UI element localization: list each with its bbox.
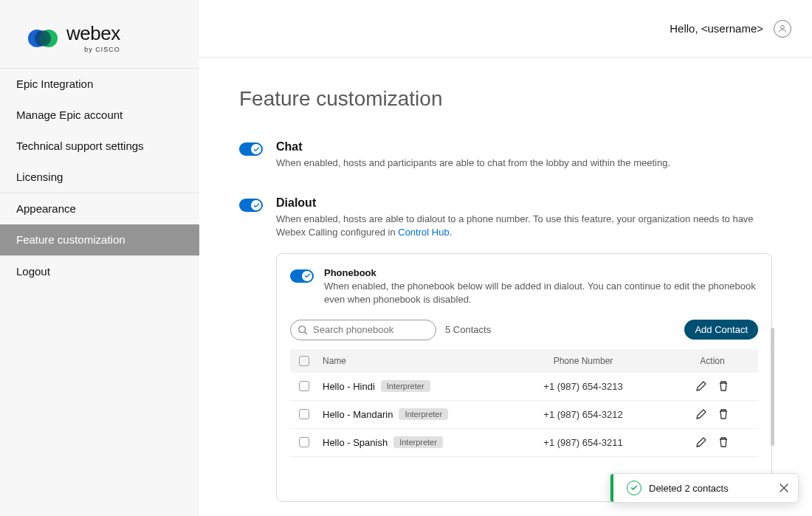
edit-icon[interactable] xyxy=(695,408,707,420)
table-row: Hello - Hindi Interpreter +1 (987) 654-3… xyxy=(290,373,758,401)
contact-phone: +1 (987) 654-3211 xyxy=(491,437,675,448)
check-icon xyxy=(253,202,260,209)
interpreter-badge: Interpreter xyxy=(381,380,430,392)
success-icon xyxy=(627,481,641,495)
dialout-desc-pre: When enabled, hosts are able to dialout … xyxy=(276,213,754,238)
sidebar: webex by CISCO Epic Integration Manage E… xyxy=(0,0,199,516)
scrollbar[interactable] xyxy=(771,328,774,475)
phonebook-desc: When enabled, the phonebook below will b… xyxy=(324,280,758,306)
dialout-desc-post: . xyxy=(450,227,453,238)
sidebar-item-logout[interactable]: Logout xyxy=(0,256,199,287)
row-checkbox[interactable] xyxy=(299,437,309,447)
search-icon xyxy=(297,325,308,335)
webex-logo-icon xyxy=(27,28,59,49)
control-hub-link[interactable]: Control Hub xyxy=(398,227,449,238)
check-icon xyxy=(304,272,311,279)
toast-message: Deleted 2 contacts xyxy=(649,483,771,494)
row-checkbox[interactable] xyxy=(299,409,309,419)
toast-status-bar xyxy=(610,474,613,502)
table-row: Hello - Mandarin Interpreter +1 (987) 65… xyxy=(290,401,758,429)
col-name: Name xyxy=(323,356,491,366)
col-phone: Phone Number xyxy=(491,356,675,366)
main: Hello, <username> Feature customization … xyxy=(199,0,812,516)
add-contact-button[interactable]: Add Contact xyxy=(684,320,758,340)
edit-icon[interactable] xyxy=(695,380,707,392)
page-title: Feature customization xyxy=(239,87,772,111)
close-icon[interactable] xyxy=(779,483,789,493)
svg-point-4 xyxy=(299,326,306,333)
sidebar-item-manage-epic-account[interactable]: Manage Epic account xyxy=(0,100,199,131)
chat-toggle[interactable] xyxy=(239,142,263,156)
nav-group-2: Appearance Feature customization xyxy=(0,193,199,255)
select-all-checkbox[interactable] xyxy=(299,356,309,366)
toast: Deleted 2 contacts xyxy=(610,473,799,503)
col-action: Action xyxy=(675,356,749,366)
table-header: Name Phone Number Action xyxy=(290,349,758,373)
check-icon xyxy=(253,146,260,153)
contact-count: 5 Contacts xyxy=(445,324,491,335)
interpreter-badge: Interpreter xyxy=(399,408,448,420)
contact-phone: +1 (987) 654-3212 xyxy=(491,409,675,420)
phonebook-toggle[interactable] xyxy=(290,269,314,283)
content: Feature customization Chat When enabled,… xyxy=(199,58,812,516)
contact-name: Hello - Spanish xyxy=(323,437,388,448)
feature-chat: Chat When enabled, hosts and participant… xyxy=(239,140,772,170)
contact-name: Hello - Hindi xyxy=(323,381,375,392)
delete-icon[interactable] xyxy=(718,408,729,420)
search-input[interactable] xyxy=(290,320,436,340)
dialout-desc: When enabled, hosts are able to dialout … xyxy=(276,213,772,239)
dialout-title: Dialout xyxy=(276,196,772,210)
sidebar-item-feature-customization[interactable]: Feature customization xyxy=(0,224,199,255)
dialout-toggle[interactable] xyxy=(239,199,263,212)
svg-point-2 xyxy=(35,30,51,47)
row-checkbox[interactable] xyxy=(299,381,309,391)
edit-icon[interactable] xyxy=(695,436,707,448)
contacts-table: Name Phone Number Action Hello - Hindi I… xyxy=(290,349,758,457)
brand-subtitle: by CISCO xyxy=(66,46,120,53)
delete-icon[interactable] xyxy=(718,380,729,392)
phonebook-card: Phonebook When enabled, the phonebook be… xyxy=(276,253,772,502)
svg-point-3 xyxy=(781,25,785,29)
sidebar-item-technical-support[interactable]: Technical support settings xyxy=(0,131,199,162)
phonebook-title: Phonebook xyxy=(324,267,758,278)
sidebar-item-appearance[interactable]: Appearance xyxy=(0,193,199,224)
chat-desc: When enabled, hosts and participants are… xyxy=(276,156,772,170)
user-icon xyxy=(777,24,788,34)
greeting-text: Hello, <username> xyxy=(670,22,763,35)
brand-logo: webex by CISCO xyxy=(0,0,199,68)
contact-name: Hello - Mandarin xyxy=(323,409,393,420)
sidebar-item-licensing[interactable]: Licensing xyxy=(0,162,199,193)
chat-title: Chat xyxy=(276,140,772,154)
sidebar-item-epic-integration[interactable]: Epic Integration xyxy=(0,69,199,100)
nav-group-1: Epic Integration Manage Epic account Tec… xyxy=(0,68,199,193)
interpreter-badge: Interpreter xyxy=(393,436,443,448)
nav-group-3: Logout xyxy=(0,255,199,287)
table-row: Hello - Spanish Interpreter +1 (987) 654… xyxy=(290,429,758,457)
delete-icon[interactable] xyxy=(718,436,729,448)
brand-word: webex xyxy=(66,24,120,43)
avatar[interactable] xyxy=(774,20,791,38)
feature-dialout: Dialout When enabled, hosts are able to … xyxy=(239,196,772,502)
contact-phone: +1 (987) 654-3213 xyxy=(491,381,675,392)
topbar: Hello, <username> xyxy=(199,0,812,58)
